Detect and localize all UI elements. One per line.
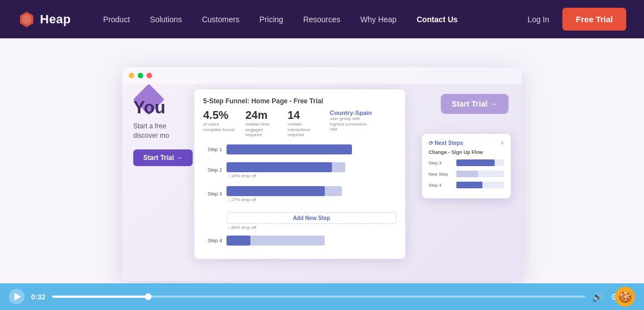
- popup-title: ⟳ Next Steps: [429, 140, 463, 146]
- bar-wrapper-step2: ↓ 10% drop off: [227, 162, 396, 178]
- bar-fill-step4: [227, 236, 250, 246]
- video-progress-fill: [52, 296, 148, 298]
- next-steps-popup: ⟳ Next Steps × Change - Sign Up Flow Ste…: [422, 134, 511, 198]
- bar-fill-step1: [227, 144, 352, 154]
- nav-contact-us[interactable]: Contact Us: [406, 0, 467, 38]
- video-time: 0:32: [31, 293, 46, 301]
- stat-interactions-label: median interactions required: [288, 122, 321, 138]
- popup-bar-bg-step3: [456, 159, 504, 166]
- bar-row-step2: Step 2 ↓ 10% drop off: [203, 162, 396, 178]
- bar-row-step3: Step 3 ↓ 17% drop off: [203, 186, 396, 202]
- popup-bar-step4: Step 4: [429, 182, 504, 188]
- nav-product[interactable]: Product: [93, 0, 140, 38]
- stat-completion: 4.5% of users complete funnel: [203, 109, 237, 132]
- video-progress-handle[interactable]: [145, 293, 152, 300]
- page-start-trial-button[interactable]: Start Trial →: [133, 149, 193, 166]
- nav-customers[interactable]: Customers: [192, 0, 250, 38]
- add-step-wrapper: Add New Step ↓ 80% drop off: [227, 210, 396, 230]
- page-hero-overlay: You Start a free discover mo Start Trial…: [133, 98, 193, 166]
- stat-completion-value: 4.5%: [203, 109, 237, 121]
- popup-bar-fill-step3: [456, 159, 495, 166]
- cookie-icon-button[interactable]: 🍪: [615, 287, 635, 307]
- stat-interactions: 14 median interactions required: [288, 109, 321, 138]
- popup-bar-label-newstep: New Step: [429, 172, 453, 177]
- free-trial-button[interactable]: Free Trial: [562, 8, 626, 31]
- main-content: You Start a free discover mo Start Trial…: [0, 38, 644, 310]
- bar-row-step1: Step 1: [203, 144, 396, 154]
- nav-why-heap[interactable]: Why Heap: [350, 0, 406, 38]
- funnel-panel: 5-Step Funnel: Home Page - Free Trial 4.…: [194, 89, 405, 259]
- start-trial-overlay-button[interactable]: Start Trial →: [441, 94, 509, 114]
- popup-bar-label-step3: Step 3: [429, 161, 453, 166]
- popup-bar-newstep: New Step: [429, 171, 504, 177]
- bar-fill-step3: [227, 186, 325, 196]
- stat-time-value: 24m: [245, 109, 279, 121]
- bar-chart: Step 1 Step 2 ↓ 10% drop off: [203, 144, 396, 246]
- nav-solutions[interactable]: Solutions: [140, 0, 192, 38]
- volume-icon[interactable]: 🔊: [592, 292, 603, 302]
- video-progress-bar[interactable]: [52, 296, 585, 298]
- page-subtext: Start a free discover mo: [133, 122, 193, 141]
- bar-fill-step2: [227, 162, 332, 172]
- video-player: 0:32 🔊 ⚙ ⛶: [0, 283, 644, 310]
- navbar: Heap Product Solutions Customers Pricing…: [0, 0, 644, 38]
- page-heading: You: [133, 98, 193, 117]
- bar-label-step3: Step 3: [203, 191, 222, 197]
- funnel-title: 5-Step Funnel: Home Page - Free Trial: [203, 97, 396, 105]
- logo-text: Heap: [40, 12, 71, 27]
- add-new-step-button[interactable]: Add New Step: [227, 212, 396, 224]
- popup-close-button[interactable]: ×: [501, 139, 504, 146]
- popup-header: ⟳ Next Steps ×: [429, 139, 504, 146]
- bar-wrapper-step1: [227, 144, 396, 154]
- stat-country: Country-Spain user group with highest co…: [330, 109, 374, 132]
- browser-dot-green: [138, 73, 143, 78]
- browser-window: You Start a free discover mo Start Trial…: [122, 67, 522, 281]
- drop-label-add: ↓ 80% drop off: [228, 225, 396, 230]
- bar-label-step1: Step 1: [203, 147, 222, 152]
- browser-dot-red: [147, 73, 152, 78]
- popup-bar-label-step4: Step 4: [429, 183, 453, 188]
- browser-titlebar: [122, 67, 522, 84]
- bar-label-step2: Step 2: [203, 167, 222, 173]
- bar-label-step4: Step 4: [203, 238, 222, 243]
- play-icon: [14, 293, 21, 301]
- popup-bar-bg-step4: [456, 182, 504, 188]
- logo-area[interactable]: Heap: [18, 11, 71, 28]
- popup-bar-step3: Step 3: [429, 159, 504, 166]
- stat-completion-label: of users complete funnel: [203, 122, 237, 132]
- heap-logo-icon: [18, 11, 36, 28]
- stat-time-label: median time engaged required: [245, 122, 279, 138]
- nav-pricing[interactable]: Pricing: [249, 0, 293, 38]
- funnel-stats: 4.5% of users complete funnel 24m median…: [203, 109, 396, 138]
- bar-row-step4: Step 4: [203, 236, 396, 246]
- nav-resources[interactable]: Resources: [293, 0, 350, 38]
- drop-label-step3: ↓ 17% drop off: [228, 197, 396, 202]
- stat-interactions-value: 14: [288, 109, 321, 121]
- stat-country-value: Country-Spain: [330, 109, 374, 116]
- stat-time: 24m median time engaged required: [245, 109, 279, 138]
- login-link[interactable]: Log In: [521, 15, 556, 24]
- popup-bar-fill-step4: [456, 182, 482, 188]
- nav-right: Log In Free Trial: [521, 8, 626, 31]
- bar-wrapper-step4: [227, 236, 396, 246]
- popup-bar-fill-newstep: [456, 171, 478, 177]
- add-step-row: Add New Step ↓ 80% drop off: [203, 210, 396, 230]
- stat-country-label: user group with highest conversion rate: [330, 116, 374, 132]
- bar-wrapper-step3: ↓ 17% drop off: [227, 186, 396, 202]
- browser-dot-yellow: [129, 73, 134, 78]
- popup-bar-bg-newstep: [456, 171, 504, 177]
- popup-subtitle: Change - Sign Up Flow: [429, 149, 504, 155]
- play-button[interactable]: [9, 289, 24, 304]
- drop-label-step2: ↓ 10% drop off: [228, 173, 396, 178]
- nav-links: Product Solutions Customers Pricing Reso…: [93, 0, 521, 38]
